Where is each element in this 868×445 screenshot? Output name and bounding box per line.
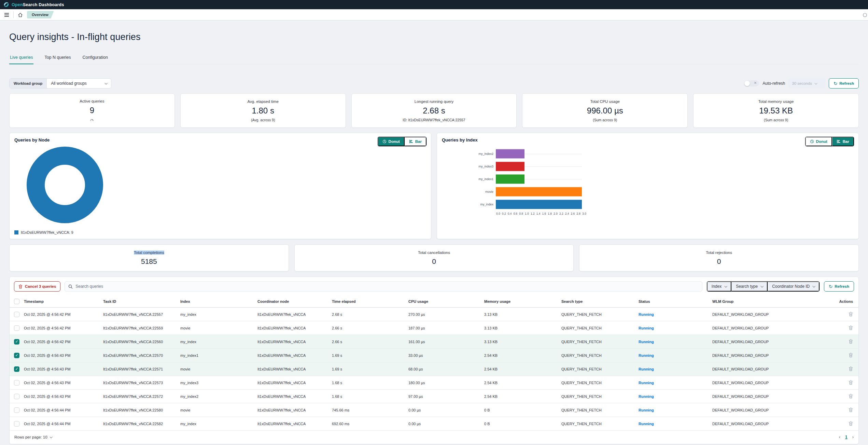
panel-title: Queries by Node — [14, 137, 426, 143]
search-box — [65, 281, 702, 292]
cell-search-type: QUERY_THEN_FETCH — [559, 376, 636, 390]
auto-refresh-toggle[interactable]: ✕ — [744, 80, 759, 86]
cell-timestamp: Oct 02, 2025 @ 4:56:44 PM — [21, 403, 100, 417]
cell-status: Running — [636, 335, 710, 349]
table-row: Oct 02, 2025 @ 4:56:43 PMIt1xDsEURWW7ffe… — [10, 362, 858, 376]
refresh-interval-select[interactable]: 30 seconds — [788, 79, 825, 88]
donut-toggle-button[interactable]: Donut — [805, 137, 832, 146]
row-checkbox[interactable] — [14, 325, 19, 331]
delete-query-icon[interactable] — [849, 312, 853, 316]
stat-value: 996.00 µs — [587, 106, 623, 116]
cell-memory-usage: 3.13 KB — [481, 308, 559, 321]
row-checkbox[interactable] — [14, 394, 19, 399]
column-header-search-type[interactable]: Search type — [559, 296, 636, 308]
cell-coordinator-node: It1xDsEURWW7ffek_vNCCA — [255, 349, 329, 362]
delete-query-icon[interactable] — [849, 353, 853, 358]
cell-time-elapsed: 2.68 s — [329, 308, 406, 321]
column-header-timestamp[interactable]: Timestamp — [21, 296, 100, 308]
cell-cpu-usage: 33.00 µs — [406, 349, 481, 362]
cell-search-type: QUERY_THEN_FETCH — [559, 403, 636, 417]
menu-icon[interactable] — [4, 13, 9, 17]
total-card: Total completions5185 — [9, 244, 289, 271]
column-header-memory-usage[interactable]: Memory usage — [481, 296, 559, 308]
x-tick-label: 0.4 — [508, 212, 512, 215]
breadcrumb[interactable]: Overview — [27, 11, 54, 18]
node-chart-legend: It1xDsEURWW7ffek_vNCCA: 9 — [14, 230, 73, 234]
workload-group-select[interactable]: All workload groups — [47, 79, 111, 88]
table-refresh-button[interactable]: ↻ Refresh — [824, 281, 854, 292]
nav-right-icon[interactable] — [863, 13, 867, 17]
page-number[interactable]: 1 — [845, 435, 848, 440]
totals-row: Total completions5185Total cancellations… — [9, 244, 859, 271]
tab-top-n-queries[interactable]: Top N queries — [44, 55, 71, 64]
bar-category-label: my_index3 — [475, 165, 496, 168]
queries-table-panel: Cancel 3 queries IndexSearch typeCoordin… — [9, 277, 859, 444]
cell-time-elapsed: 1.69 s — [329, 349, 406, 362]
delete-query-icon[interactable] — [849, 421, 853, 426]
search-input[interactable] — [75, 284, 699, 289]
row-checkbox[interactable] — [14, 421, 19, 427]
cell-memory-usage: 0 B — [481, 403, 559, 417]
cell-actions — [835, 321, 858, 335]
bar-toggle-button[interactable]: Bar — [832, 137, 854, 146]
cell-actions — [835, 376, 858, 390]
filter-coordinator-node-id[interactable]: Coordinator Node ID — [768, 281, 820, 292]
delete-query-icon[interactable] — [849, 380, 853, 385]
donut-icon — [382, 139, 387, 144]
x-tick-label: 1.6 — [542, 212, 546, 215]
row-checkbox[interactable] — [14, 407, 19, 413]
row-checkbox[interactable] — [14, 339, 19, 345]
cell-memory-usage: 3.13 KB — [481, 335, 559, 349]
row-checkbox[interactable] — [14, 312, 19, 317]
row-checkbox[interactable] — [14, 366, 19, 372]
rows-per-page-select[interactable]: Rows per page: 10 — [14, 435, 52, 439]
cell-memory-usage: 2.54 KB — [481, 376, 559, 390]
cell-index: my_index — [178, 308, 255, 321]
cell-task-id: It1xDsEURWW7ffek_vNCCA:22580 — [100, 403, 178, 417]
stat-card: Longest running query2.68 sID: It1xDsEUR… — [351, 93, 517, 128]
tab-configuration[interactable]: Configuration — [82, 55, 109, 64]
total-card: Total rejections0 — [579, 244, 859, 271]
delete-query-icon[interactable] — [849, 325, 853, 330]
bar-icon — [837, 139, 841, 144]
column-header-task-id[interactable]: Task ID — [100, 296, 178, 308]
refresh-button[interactable]: ↻ Refresh — [829, 78, 859, 89]
column-header-coordinator-node[interactable]: Coordinator node — [255, 296, 329, 308]
filter-search-type[interactable]: Search type — [731, 281, 768, 292]
stat-sub: ID: It1xDsEURWW7ffek_vNCCA:22557 — [403, 118, 465, 122]
filter-index[interactable]: Index — [707, 281, 731, 292]
bar — [496, 200, 582, 209]
refresh-interval-value: 30 seconds — [792, 81, 812, 85]
bar-toggle-button[interactable]: Bar — [405, 137, 426, 146]
delete-query-icon[interactable] — [849, 407, 853, 412]
column-header-index[interactable]: Index — [178, 296, 255, 308]
refresh-icon: ↻ — [829, 284, 832, 289]
select-all-checkbox[interactable] — [14, 299, 19, 304]
prev-page-icon[interactable]: ‹ — [839, 434, 840, 440]
cell-memory-usage: 2.54 KB — [481, 362, 559, 376]
row-select-cell — [10, 376, 21, 390]
x-tick-label: 0.8 — [519, 212, 523, 215]
row-checkbox[interactable] — [14, 353, 19, 358]
column-header-cpu-usage[interactable]: CPU usage — [406, 296, 481, 308]
column-header-time-elapsed[interactable]: Time elapsed — [329, 296, 406, 308]
delete-query-icon[interactable] — [849, 394, 853, 399]
column-header-actions[interactable]: Actions — [835, 296, 858, 308]
trash-icon — [18, 284, 23, 289]
delete-query-icon[interactable] — [849, 339, 853, 344]
x-tick-label: 1.2 — [531, 212, 535, 215]
row-checkbox[interactable] — [14, 380, 19, 386]
cell-time-elapsed: 1.68 s — [329, 390, 406, 403]
cancel-queries-button[interactable]: Cancel 3 queries — [14, 281, 60, 292]
total-value: 0 — [717, 257, 721, 266]
tab-live-queries[interactable]: Live queries — [9, 55, 33, 64]
cell-coordinator-node: It1xDsEURWW7ffek_vNCCA — [255, 417, 329, 431]
delete-query-icon[interactable] — [849, 366, 853, 371]
donut-toggle-button[interactable]: Donut — [378, 137, 405, 146]
next-page-icon[interactable]: › — [852, 434, 854, 440]
column-header-status[interactable]: Status — [636, 296, 710, 308]
home-icon[interactable] — [18, 12, 23, 17]
column-header-wlm-group[interactable]: WLM Group — [710, 296, 835, 308]
bar-row: my_index3 — [475, 160, 587, 173]
stat-icon — [89, 118, 94, 122]
